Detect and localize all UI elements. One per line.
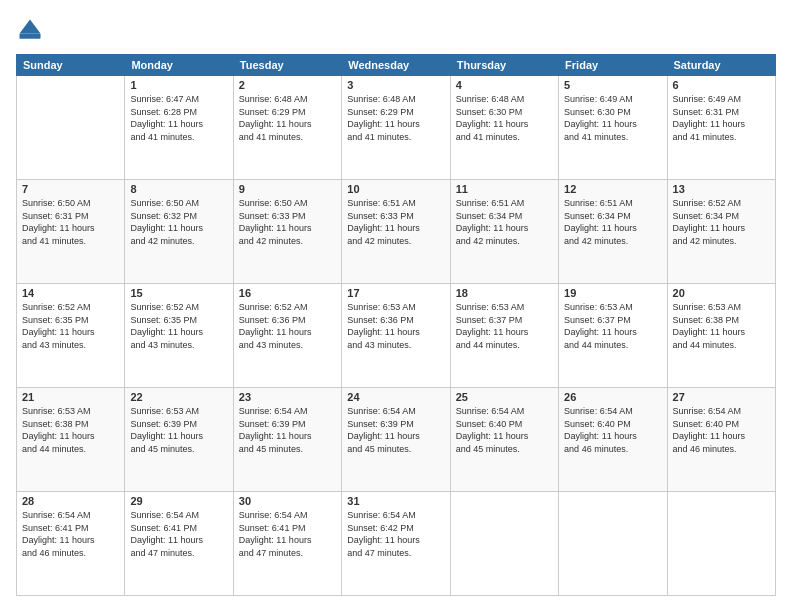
day-number: 1 xyxy=(130,79,227,91)
day-number: 11 xyxy=(456,183,553,195)
header xyxy=(16,16,776,44)
calendar-day-cell: 29Sunrise: 6:54 AM Sunset: 6:41 PM Dayli… xyxy=(125,492,233,596)
day-number: 3 xyxy=(347,79,444,91)
day-info: Sunrise: 6:52 AM Sunset: 6:35 PM Dayligh… xyxy=(130,301,227,351)
calendar-week-row: 1Sunrise: 6:47 AM Sunset: 6:28 PM Daylig… xyxy=(17,76,776,180)
day-info: Sunrise: 6:51 AM Sunset: 6:34 PM Dayligh… xyxy=(456,197,553,247)
day-info: Sunrise: 6:54 AM Sunset: 6:41 PM Dayligh… xyxy=(22,509,119,559)
calendar-day-cell: 4Sunrise: 6:48 AM Sunset: 6:30 PM Daylig… xyxy=(450,76,558,180)
day-number: 8 xyxy=(130,183,227,195)
calendar-day-cell: 27Sunrise: 6:54 AM Sunset: 6:40 PM Dayli… xyxy=(667,388,775,492)
calendar-day-cell: 5Sunrise: 6:49 AM Sunset: 6:30 PM Daylig… xyxy=(559,76,667,180)
day-number: 4 xyxy=(456,79,553,91)
day-info: Sunrise: 6:52 AM Sunset: 6:34 PM Dayligh… xyxy=(673,197,770,247)
day-number: 22 xyxy=(130,391,227,403)
day-number: 25 xyxy=(456,391,553,403)
day-number: 24 xyxy=(347,391,444,403)
day-info: Sunrise: 6:52 AM Sunset: 6:36 PM Dayligh… xyxy=(239,301,336,351)
day-info: Sunrise: 6:54 AM Sunset: 6:40 PM Dayligh… xyxy=(673,405,770,455)
calendar-day-cell: 13Sunrise: 6:52 AM Sunset: 6:34 PM Dayli… xyxy=(667,180,775,284)
calendar-day-cell: 11Sunrise: 6:51 AM Sunset: 6:34 PM Dayli… xyxy=(450,180,558,284)
calendar-day-cell: 22Sunrise: 6:53 AM Sunset: 6:39 PM Dayli… xyxy=(125,388,233,492)
calendar-day-cell: 10Sunrise: 6:51 AM Sunset: 6:33 PM Dayli… xyxy=(342,180,450,284)
day-number: 2 xyxy=(239,79,336,91)
weekday-header: Monday xyxy=(125,55,233,76)
day-info: Sunrise: 6:49 AM Sunset: 6:30 PM Dayligh… xyxy=(564,93,661,143)
calendar-day-cell: 23Sunrise: 6:54 AM Sunset: 6:39 PM Dayli… xyxy=(233,388,341,492)
weekday-header: Friday xyxy=(559,55,667,76)
day-number: 17 xyxy=(347,287,444,299)
day-number: 26 xyxy=(564,391,661,403)
day-number: 21 xyxy=(22,391,119,403)
day-info: Sunrise: 6:47 AM Sunset: 6:28 PM Dayligh… xyxy=(130,93,227,143)
day-info: Sunrise: 6:53 AM Sunset: 6:38 PM Dayligh… xyxy=(673,301,770,351)
calendar-week-row: 21Sunrise: 6:53 AM Sunset: 6:38 PM Dayli… xyxy=(17,388,776,492)
day-info: Sunrise: 6:53 AM Sunset: 6:37 PM Dayligh… xyxy=(456,301,553,351)
calendar-day-cell: 17Sunrise: 6:53 AM Sunset: 6:36 PM Dayli… xyxy=(342,284,450,388)
calendar-day-cell: 9Sunrise: 6:50 AM Sunset: 6:33 PM Daylig… xyxy=(233,180,341,284)
weekday-header: Saturday xyxy=(667,55,775,76)
day-number: 19 xyxy=(564,287,661,299)
day-number: 29 xyxy=(130,495,227,507)
logo-icon xyxy=(16,16,44,44)
day-info: Sunrise: 6:54 AM Sunset: 6:40 PM Dayligh… xyxy=(456,405,553,455)
day-info: Sunrise: 6:52 AM Sunset: 6:35 PM Dayligh… xyxy=(22,301,119,351)
day-number: 7 xyxy=(22,183,119,195)
day-info: Sunrise: 6:51 AM Sunset: 6:34 PM Dayligh… xyxy=(564,197,661,247)
day-info: Sunrise: 6:51 AM Sunset: 6:33 PM Dayligh… xyxy=(347,197,444,247)
day-number: 14 xyxy=(22,287,119,299)
calendar-day-cell: 16Sunrise: 6:52 AM Sunset: 6:36 PM Dayli… xyxy=(233,284,341,388)
calendar-day-cell: 24Sunrise: 6:54 AM Sunset: 6:39 PM Dayli… xyxy=(342,388,450,492)
svg-rect-1 xyxy=(20,34,41,39)
calendar-day-cell: 15Sunrise: 6:52 AM Sunset: 6:35 PM Dayli… xyxy=(125,284,233,388)
calendar-week-row: 28Sunrise: 6:54 AM Sunset: 6:41 PM Dayli… xyxy=(17,492,776,596)
day-number: 28 xyxy=(22,495,119,507)
day-info: Sunrise: 6:50 AM Sunset: 6:31 PM Dayligh… xyxy=(22,197,119,247)
calendar-day-cell: 12Sunrise: 6:51 AM Sunset: 6:34 PM Dayli… xyxy=(559,180,667,284)
day-info: Sunrise: 6:50 AM Sunset: 6:32 PM Dayligh… xyxy=(130,197,227,247)
day-number: 18 xyxy=(456,287,553,299)
calendar-day-cell: 7Sunrise: 6:50 AM Sunset: 6:31 PM Daylig… xyxy=(17,180,125,284)
calendar-day-cell xyxy=(559,492,667,596)
calendar-day-cell: 8Sunrise: 6:50 AM Sunset: 6:32 PM Daylig… xyxy=(125,180,233,284)
weekday-header: Sunday xyxy=(17,55,125,76)
calendar-day-cell: 18Sunrise: 6:53 AM Sunset: 6:37 PM Dayli… xyxy=(450,284,558,388)
day-number: 12 xyxy=(564,183,661,195)
day-info: Sunrise: 6:54 AM Sunset: 6:41 PM Dayligh… xyxy=(130,509,227,559)
calendar-day-cell xyxy=(450,492,558,596)
day-number: 10 xyxy=(347,183,444,195)
calendar-day-cell xyxy=(17,76,125,180)
calendar-day-cell: 1Sunrise: 6:47 AM Sunset: 6:28 PM Daylig… xyxy=(125,76,233,180)
weekday-header: Wednesday xyxy=(342,55,450,76)
page: SundayMondayTuesdayWednesdayThursdayFrid… xyxy=(0,0,792,612)
weekday-header-row: SundayMondayTuesdayWednesdayThursdayFrid… xyxy=(17,55,776,76)
day-number: 30 xyxy=(239,495,336,507)
day-info: Sunrise: 6:53 AM Sunset: 6:39 PM Dayligh… xyxy=(130,405,227,455)
day-number: 31 xyxy=(347,495,444,507)
calendar-day-cell: 3Sunrise: 6:48 AM Sunset: 6:29 PM Daylig… xyxy=(342,76,450,180)
calendar-day-cell: 14Sunrise: 6:52 AM Sunset: 6:35 PM Dayli… xyxy=(17,284,125,388)
day-number: 27 xyxy=(673,391,770,403)
day-info: Sunrise: 6:53 AM Sunset: 6:37 PM Dayligh… xyxy=(564,301,661,351)
calendar-day-cell: 26Sunrise: 6:54 AM Sunset: 6:40 PM Dayli… xyxy=(559,388,667,492)
calendar-day-cell: 20Sunrise: 6:53 AM Sunset: 6:38 PM Dayli… xyxy=(667,284,775,388)
calendar-day-cell: 30Sunrise: 6:54 AM Sunset: 6:41 PM Dayli… xyxy=(233,492,341,596)
day-info: Sunrise: 6:54 AM Sunset: 6:40 PM Dayligh… xyxy=(564,405,661,455)
calendar-day-cell: 19Sunrise: 6:53 AM Sunset: 6:37 PM Dayli… xyxy=(559,284,667,388)
calendar-day-cell: 6Sunrise: 6:49 AM Sunset: 6:31 PM Daylig… xyxy=(667,76,775,180)
day-number: 23 xyxy=(239,391,336,403)
day-info: Sunrise: 6:54 AM Sunset: 6:39 PM Dayligh… xyxy=(347,405,444,455)
calendar-day-cell: 2Sunrise: 6:48 AM Sunset: 6:29 PM Daylig… xyxy=(233,76,341,180)
day-info: Sunrise: 6:54 AM Sunset: 6:42 PM Dayligh… xyxy=(347,509,444,559)
calendar-day-cell: 25Sunrise: 6:54 AM Sunset: 6:40 PM Dayli… xyxy=(450,388,558,492)
day-info: Sunrise: 6:53 AM Sunset: 6:36 PM Dayligh… xyxy=(347,301,444,351)
day-number: 15 xyxy=(130,287,227,299)
day-number: 9 xyxy=(239,183,336,195)
weekday-header: Thursday xyxy=(450,55,558,76)
day-number: 16 xyxy=(239,287,336,299)
calendar-day-cell xyxy=(667,492,775,596)
calendar-table: SundayMondayTuesdayWednesdayThursdayFrid… xyxy=(16,54,776,596)
calendar-day-cell: 28Sunrise: 6:54 AM Sunset: 6:41 PM Dayli… xyxy=(17,492,125,596)
calendar-week-row: 14Sunrise: 6:52 AM Sunset: 6:35 PM Dayli… xyxy=(17,284,776,388)
day-info: Sunrise: 6:48 AM Sunset: 6:30 PM Dayligh… xyxy=(456,93,553,143)
